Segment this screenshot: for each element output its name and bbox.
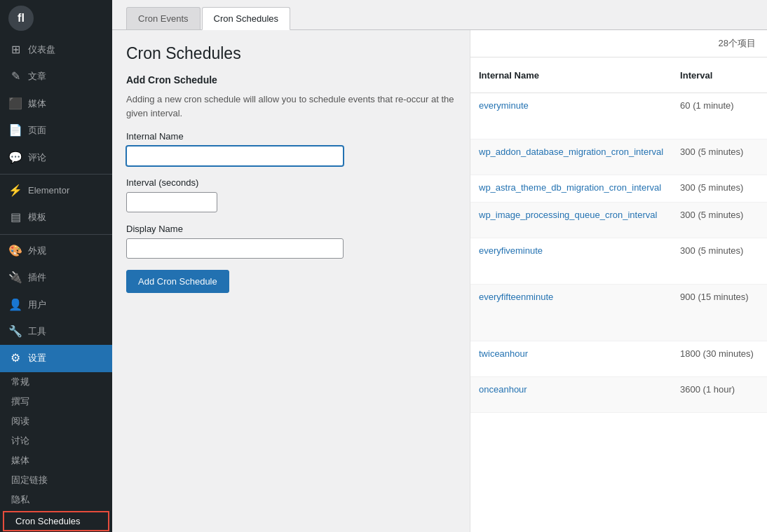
- cell-internal-name: wp_addon_database_migration_cron_interva…: [470, 139, 672, 175]
- cell-internal-name: everyfiveminute: [470, 238, 672, 285]
- cell-internal-name: wp_image_processing_queue_cron_interval: [470, 203, 672, 238]
- sidebar-sub-permalink[interactable]: 固定链接: [0, 470, 112, 490]
- internal-name-link[interactable]: everyminute: [479, 100, 529, 111]
- sidebar-item-tools[interactable]: 🔧 工具: [0, 318, 112, 345]
- sidebar-item-users[interactable]: 👤 用户: [0, 292, 112, 318]
- internal-name-group: Internal Name: [126, 131, 456, 166]
- cell-interval: 900 (15 minutes): [672, 285, 762, 341]
- main-content: Cron Events Cron Schedules Cron Schedule…: [112, 0, 767, 532]
- internal-name-link[interactable]: twiceanhour: [479, 348, 528, 359]
- sidebar-item-appearance[interactable]: 🎨 外观: [0, 238, 112, 264]
- cell-internal-name: twiceanhour: [470, 341, 672, 377]
- posts-icon: ✎: [8, 69, 22, 84]
- page-content-area: Cron Schedules Add Cron Schedule Adding …: [112, 30, 767, 532]
- tab-cron-events[interactable]: Cron Events: [126, 7, 201, 29]
- sidebar-logo: fI: [0, 0, 112, 36]
- sidebar-item-label: 仪表盘: [28, 43, 55, 56]
- cell-display-name: Once Every 1 Minute: [762, 93, 767, 139]
- sidebar-sub-media[interactable]: 媒体: [0, 451, 112, 470]
- dashboard-icon: ⊞: [8, 42, 22, 57]
- appearance-icon: 🎨: [8, 243, 22, 259]
- cell-display-name: Once an Hour: [762, 377, 767, 413]
- table-row: everyfiveminute300 (5 minutes)Once Every…: [470, 238, 767, 285]
- table-row: wp_addon_database_migration_cron_interva…: [470, 139, 767, 175]
- tools-icon: 🔧: [8, 324, 22, 339]
- tabs-bar: Cron Events Cron Schedules: [112, 0, 767, 30]
- internal-name-link[interactable]: everyfiveminute: [479, 245, 543, 256]
- cell-display-name: Every 5 Minutes: [762, 139, 767, 175]
- plugins-icon: 🔌: [8, 270, 22, 285]
- interval-group: Interval (seconds): [126, 177, 456, 212]
- sidebar-item-label: 模板: [28, 211, 46, 224]
- sidebar-item-dashboard[interactable]: ⊞ 仪表盘: [0, 36, 112, 63]
- pages-icon: 📄: [8, 123, 22, 138]
- sidebar-item-posts[interactable]: ✎ 文章: [0, 63, 112, 90]
- cell-display-name: Twice an Hour: [762, 341, 767, 377]
- logo-icon: fI: [8, 6, 34, 31]
- form-panel: Cron Schedules Add Cron Schedule Adding …: [112, 30, 470, 532]
- elementor-icon: ⚡: [8, 183, 22, 198]
- settings-icon: ⚙: [8, 350, 22, 366]
- cell-interval: 300 (5 minutes): [672, 175, 762, 203]
- cell-internal-name: everyfifteenminute: [470, 285, 672, 341]
- form-description: Adding a new cron schedule will allow yo…: [126, 93, 456, 120]
- internal-name-input[interactable]: [126, 146, 344, 166]
- sidebar-divider-2: [0, 234, 112, 235]
- sidebar-item-pages[interactable]: 📄 页面: [0, 117, 112, 144]
- sidebar-sub-cron[interactable]: Cron Schedules: [3, 511, 109, 531]
- sidebar-item-templates[interactable]: ▤ 模板: [0, 204, 112, 231]
- templates-icon: ▤: [8, 210, 22, 225]
- sidebar-sub-writing[interactable]: 撰写: [0, 392, 112, 411]
- media-icon: ⬛: [8, 96, 22, 111]
- internal-name-link[interactable]: everyfifteenminute: [479, 292, 553, 302]
- sidebar-sub-reading[interactable]: 阅读: [0, 411, 112, 431]
- internal-name-link[interactable]: wp_image_processing_queue_cron_interval: [479, 210, 657, 220]
- interval-input[interactable]: [126, 192, 217, 212]
- sidebar-item-media[interactable]: ⬛ 媒体: [0, 90, 112, 117]
- internal-name-link[interactable]: wp_addon_database_migration_cron_interva…: [479, 146, 663, 157]
- cell-interval: 60 (1 minute): [672, 93, 762, 139]
- display-name-input[interactable]: [126, 238, 344, 259]
- sidebar-item-label: 工具: [28, 325, 46, 338]
- internal-name-link[interactable]: wp_astra_theme_db_migration_cron_interva…: [479, 182, 661, 193]
- table-row: everyfifteenminute900 (15 minutes)Once E…: [470, 285, 767, 341]
- col-display-name: Display Name: [762, 57, 767, 93]
- interval-label: Interval (seconds): [126, 177, 456, 188]
- table-row: wp_astra_theme_db_migration_cron_interva…: [470, 175, 767, 203]
- sidebar-item-label: 用户: [28, 299, 46, 311]
- sidebar-divider: [0, 174, 112, 175]
- users-icon: 👤: [8, 297, 22, 313]
- cell-interval: 300 (5 minutes): [672, 238, 762, 285]
- internal-name-link[interactable]: onceanhour: [479, 384, 527, 395]
- cell-internal-name: everyminute: [470, 93, 672, 139]
- table-row: wp_image_processing_queue_cron_interval3…: [470, 203, 767, 238]
- item-count: 28个项目: [470, 30, 767, 57]
- tab-cron-schedules[interactable]: Cron Schedules: [202, 7, 291, 30]
- add-cron-schedule-button[interactable]: Add Cron Schedule: [126, 270, 229, 293]
- cell-display-name: Every 5 Minutes: [762, 203, 767, 238]
- sidebar-item-plugins[interactable]: 🔌 插件: [0, 264, 112, 291]
- cell-display-name: Once Every 5 Minutes: [762, 238, 767, 285]
- section-title: Add Cron Schedule: [126, 74, 456, 86]
- sidebar-item-comments[interactable]: 💬 评论: [0, 144, 112, 171]
- sidebar-item-label: 媒体: [28, 97, 46, 110]
- sidebar-item-label: 设置: [28, 352, 46, 364]
- table-panel: 28个项目 Internal Name Interval Display Nam…: [470, 30, 767, 532]
- sidebar-item-label: 页面: [28, 124, 46, 137]
- sidebar-sub-general[interactable]: 常规: [0, 372, 112, 392]
- table-row: onceanhour3600 (1 hour)Once an Hour: [470, 377, 767, 413]
- sidebar-sub-discussion[interactable]: 讨论: [0, 431, 112, 451]
- col-interval: Interval: [672, 57, 762, 93]
- sidebar-item-settings[interactable]: ⚙ 设置: [0, 345, 112, 371]
- sidebar-sub-privacy[interactable]: 隐私: [0, 490, 112, 510]
- comments-icon: 💬: [8, 150, 22, 165]
- sidebar-item-elementor[interactable]: ⚡ Elementor: [0, 177, 112, 204]
- cell-interval: 1800 (30 minutes): [672, 341, 762, 377]
- cell-internal-name: onceanhour: [470, 377, 672, 413]
- cell-interval: 300 (5 minutes): [672, 203, 762, 238]
- cell-display-name: Once Every 15 Minutes: [762, 285, 767, 341]
- sidebar-item-label: 外观: [28, 245, 46, 257]
- internal-name-label: Internal Name: [126, 131, 456, 142]
- page-title: Cron Schedules: [126, 44, 456, 63]
- sidebar-item-label: 插件: [28, 271, 46, 284]
